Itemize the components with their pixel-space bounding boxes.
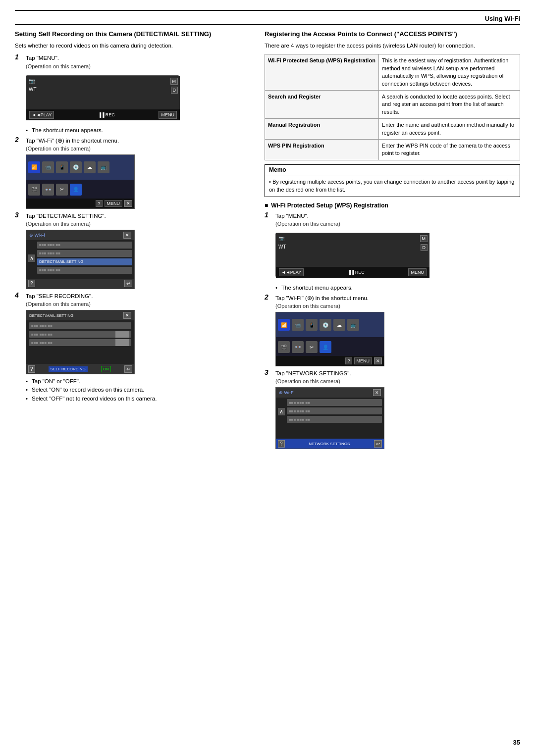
play-button[interactable]: ◄◄PLAY xyxy=(29,111,54,119)
menu-bottom-bar: ◄◄PLAY ▐▐ REC MENU xyxy=(26,109,180,120)
wifi-item2-3[interactable]: ■■■ ■■■ ■■ xyxy=(287,416,382,423)
detect-side-1 xyxy=(115,331,129,338)
wps-step-num-1: 1 xyxy=(265,211,273,219)
nav-up-arrow-1[interactable]: ∧ xyxy=(28,254,35,262)
camera-icon-2: 📷 xyxy=(278,236,284,241)
subsection-title: Wi-Fi Protected Setup (WPS) Registration xyxy=(265,202,520,209)
step-sub-4: (Operation on this camera) xyxy=(26,301,253,307)
camera-screen-menu-1: 📷 M WT D ◄◄PLAY ▐▐ REC MENU xyxy=(26,75,179,120)
detect-side-2 xyxy=(115,339,129,346)
rec-indicator-2: ▐▐ REC xyxy=(348,270,365,275)
sc2-menu-btn[interactable]: MENU xyxy=(105,200,123,207)
scissors-shortcut-icon: ✂ xyxy=(56,184,68,196)
memo-body: • By registering multiple access points,… xyxy=(265,175,520,197)
wifi-menu-screen-1: ⊛ Wi-Fi ✕ ∧ ■■■ ■■■ ■■ ■■■ ■■■ ■■ DETECT… xyxy=(26,230,135,289)
right-section-intro: There are 4 ways to register the access … xyxy=(265,42,520,50)
step-2: 2 Tap "Wi-Fi" (⊛) in the shortcut menu. … xyxy=(15,137,253,151)
person-shortcut-icon-2: 👤 xyxy=(320,341,331,353)
step-sub-3: (Operation on this camera) xyxy=(26,221,253,227)
extra-shortcut-icon: 📺 xyxy=(98,161,109,173)
disc-shortcut-icon: 💿 xyxy=(70,161,82,173)
sc2-question[interactable]: ? xyxy=(96,200,102,207)
menu-button[interactable]: MENU xyxy=(159,111,177,119)
table-col2-manual: Enter the name and authentication method… xyxy=(378,119,520,140)
wifi-item2-2[interactable]: ■■■ ■■■ ■■ xyxy=(287,407,382,414)
wifi-shortcut-icon: 📶 xyxy=(28,161,40,173)
detect-question-btn[interactable]: ? xyxy=(28,365,35,373)
on-label[interactable]: ON xyxy=(101,366,111,372)
detect-close-btn[interactable]: ✕ xyxy=(123,312,131,319)
sc2-close-btn[interactable]: ✕ xyxy=(124,200,132,207)
wifi-item-1[interactable]: ■■■ ■■■ ■■ xyxy=(37,242,132,249)
cloud-shortcut-icon-2: ☁ xyxy=(333,319,345,331)
shortcut-screen-2: 📶 📹 📱 💿 ☁ 📺 🎬 👓 ✂ 👤 ? MENU ✕ xyxy=(275,312,384,366)
header-title: Using Wi-Fi xyxy=(485,15,520,22)
sc2-top-row: 📶 📹 📱 💿 ☁ 📺 xyxy=(26,155,134,180)
m-badge: M xyxy=(170,78,178,85)
page: Using Wi-Fi Setting Self Recording on th… xyxy=(0,0,535,756)
play-button-2[interactable]: ◄◄PLAY xyxy=(279,268,304,276)
wifi-item-2[interactable]: ■■■ ■■■ ■■ xyxy=(37,250,132,257)
table-col1-pin: WPS PIN Registration xyxy=(265,139,379,160)
table-col1-search: Search and Register xyxy=(265,91,379,119)
detect-footer: ? SELF RECORDING ON ↩ xyxy=(26,364,134,374)
disc-shortcut-icon-2: 💿 xyxy=(320,319,331,331)
sc2-close-btn-2[interactable]: ✕ xyxy=(374,357,382,364)
step-num-1: 1 xyxy=(15,53,24,61)
bullet-select-off: Select "OFF" not to record videos on thi… xyxy=(26,395,253,403)
d-badge: D xyxy=(171,87,178,94)
wps-step-text-2: Tap "Wi-Fi" (⊛) in the shortcut menu. xyxy=(275,294,369,302)
wifi-item2-1[interactable]: ■■■ ■■■ ■■ xyxy=(287,399,382,406)
wifi-question-btn-1[interactable]: ? xyxy=(28,280,35,287)
rec-indicator: ▐▐ REC xyxy=(98,112,115,117)
table-col1-manual: Manual Registration xyxy=(265,119,379,140)
table-col2-search: A search is conducted to locate access p… xyxy=(378,91,520,119)
table-row-search: Search and Register A search is conducte… xyxy=(265,91,520,119)
cloud-shortcut-icon: ☁ xyxy=(84,161,96,173)
wifi-back-btn-1[interactable]: ↩ xyxy=(124,280,132,287)
table-row-wps: Wi-Fi Protected Setup (WPS) Registration… xyxy=(265,54,520,91)
sc2-question-2[interactable]: ? xyxy=(345,357,352,364)
detect-setting-screen: DETECT/MAIL SETTING ✕ ■■■ ■■■ ■■ ■■■ ■■■… xyxy=(26,310,135,374)
self-rec-label[interactable]: SELF RECORDING xyxy=(49,366,88,372)
wps-step-text-1: Tap "MENU". xyxy=(275,212,309,220)
step-sub-1: (Operation on this camera) xyxy=(26,63,253,69)
detect-item-2[interactable]: ■■■ ■■■ ■■ xyxy=(29,331,131,338)
network-settings-label[interactable]: NETWORK SETTINGS xyxy=(307,441,352,447)
wifi-question-btn-2[interactable]: ? xyxy=(278,440,285,448)
m-badge-2: M xyxy=(420,235,428,242)
menu-button-2[interactable]: MENU xyxy=(408,268,427,276)
memo-title: Memo xyxy=(265,165,520,175)
detect-item-1[interactable]: ■■■ ■■■ ■■ xyxy=(29,322,131,329)
step-num-3: 3 xyxy=(15,211,24,219)
detect-item-3[interactable]: ■■■ ■■■ ■■ xyxy=(29,339,131,346)
step-text-3: Tap "DETECT/MAIL SETTING". xyxy=(26,212,106,220)
wps-step-text-3: Tap "NETWORK SETTINGS". xyxy=(275,369,351,377)
detect-back-btn[interactable]: ↩ xyxy=(124,365,132,373)
step-text-4: Tap "SELF RECORDING". xyxy=(26,292,93,300)
wps-step-2: 2 Tap "Wi-Fi" (⊛) in the shortcut menu. … xyxy=(265,294,520,309)
wps-step-num-2: 2 xyxy=(265,293,273,301)
wt-badge: WT xyxy=(29,87,37,92)
table-col1-wps: Wi-Fi Protected Setup (WPS) Registration xyxy=(265,54,379,91)
left-section-intro: Sets whether to record videos on this ca… xyxy=(15,42,253,50)
bullet-list-1: The shortcut menu appears. xyxy=(26,126,253,135)
menu-bottom-bar-2: ◄◄PLAY ▐▐ REC MENU xyxy=(276,267,429,278)
wifi-item-4[interactable]: ■■■ ■■■ ■■ xyxy=(37,267,132,274)
wifi-close-btn-1[interactable]: ✕ xyxy=(123,232,131,239)
bullet-shortcut-1: The shortcut menu appears. xyxy=(26,126,253,135)
access-points-table: Wi-Fi Protected Setup (WPS) Registration… xyxy=(265,54,520,160)
left-column: Setting Self Recording on this Camera (D… xyxy=(15,30,253,452)
step-text-2: Tap "Wi-Fi" (⊛) in the shortcut menu. xyxy=(26,137,119,145)
wifi-close-btn-2[interactable]: ✕ xyxy=(373,389,381,396)
sc2-top-row-2: 📶 📹 📱 💿 ☁ 📺 xyxy=(276,312,384,337)
wt-badge-2: WT xyxy=(278,244,286,250)
wps-bullet-shortcut: The shortcut menu appears. xyxy=(275,284,520,292)
top-rule xyxy=(15,10,520,11)
camera-shortcut-icon-2: 📹 xyxy=(292,319,304,331)
nav-up-arrow-2[interactable]: ∧ xyxy=(278,408,285,415)
film-shortcut-icon: 🎬 xyxy=(28,184,40,196)
wifi-back-btn-2[interactable]: ↩ xyxy=(374,440,382,448)
sc2-menu-btn-2[interactable]: MENU xyxy=(354,357,373,364)
wifi-detect-mail-item[interactable]: DETECT/MAIL SETTING xyxy=(37,258,132,265)
